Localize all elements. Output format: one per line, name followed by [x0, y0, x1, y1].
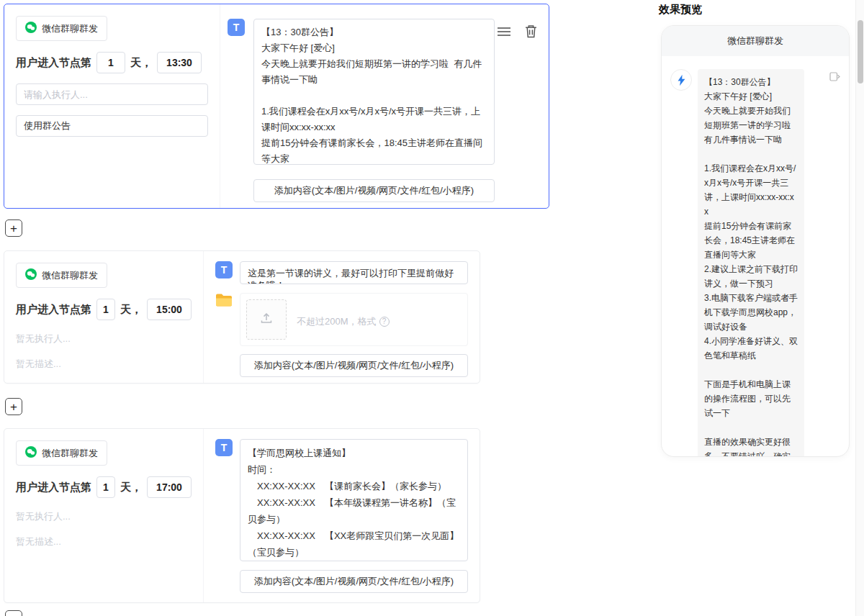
folder-icon — [215, 293, 233, 311]
sop-card-1500[interactable]: 微信群聊群发 用户进入节点第 天， 暂无执行人... 暂无描述... T 这是第… — [4, 250, 480, 384]
card-actions — [498, 24, 537, 38]
forward-icon[interactable] — [829, 72, 840, 81]
channel-badge-label: 微信群聊群发 — [42, 22, 98, 35]
file-content-row: 不超过200M，格式 ? — [215, 293, 468, 346]
time-input[interactable] — [157, 52, 202, 73]
channel-badge[interactable]: 微信群聊群发 — [16, 440, 107, 466]
insert-node-button[interactable]: + — [5, 219, 22, 237]
text-content-row: T 【13：30群公告】 大家下午好 [爱心] 今天晚上就要开始我们短期班第一讲… — [228, 19, 537, 165]
text-block-icon: T — [228, 19, 245, 36]
message-textarea[interactable]: 【学而思网校上课通知】 时间： XX:XX-XX:XX 【课前家长会】（家长参与… — [240, 439, 468, 561]
channel-badge[interactable]: 微信群聊群发 — [16, 16, 107, 41]
description-empty-text: 暂无描述... — [16, 535, 192, 548]
upload-icon — [260, 312, 273, 327]
message-textarea[interactable]: 这是第一节课的讲义，最好可以打印下里提前做好准备哦！ — [240, 261, 468, 284]
day-input[interactable] — [96, 52, 125, 73]
add-content-row: 添加内容(文本/图片/视频/网页/文件/红包/小程序) — [215, 561, 468, 593]
text-content-row: T 【学而思网校上课通知】 时间： XX:XX-XX:XX 【课前家长会】（家长… — [215, 439, 468, 561]
text-block-icon: T — [215, 439, 233, 456]
description-empty-text: 暂无描述... — [16, 358, 192, 371]
wechat-icon — [25, 446, 37, 460]
day-input[interactable] — [96, 299, 115, 320]
executor-input[interactable] — [16, 83, 208, 105]
workflow-column: 微信群聊群发 用户进入节点第 天， T 【13：30群公告】 大家下午好 [爱心… — [4, 4, 558, 616]
insert-node-button[interactable]: + — [5, 610, 22, 616]
add-content-button[interactable]: 添加内容(文本/图片/视频/网页/文件/红包/小程序) — [240, 570, 468, 593]
card-content-pane: T 【学而思网校上课通知】 时间： XX:XX-XX:XX 【课前家长会】（家长… — [204, 429, 480, 602]
insert-node-button[interactable]: + — [5, 398, 22, 415]
card-settings-pane: 微信群聊群发 用户进入节点第 天， 暂无执行人... 暂无描述... — [4, 429, 204, 602]
day-input[interactable] — [96, 476, 115, 498]
wechat-icon — [25, 268, 37, 282]
card-content-pane: T 【13：30群公告】 大家下午好 [爱心] 今天晚上就要开始我们短期班第一讲… — [220, 4, 549, 208]
executor-empty-text: 暂无执行人... — [16, 332, 192, 345]
card-settings-pane: 微信群聊群发 用户进入节点第 天， 暂无执行人... 暂无描述... — [4, 251, 204, 383]
drag-handle-icon[interactable] — [498, 27, 510, 37]
add-content-button[interactable]: 添加内容(文本/图片/视频/网页/文件/红包/小程序) — [240, 354, 468, 377]
node-timing-row: 用户进入节点第 天， — [16, 52, 208, 73]
time-input[interactable] — [147, 476, 192, 498]
wechat-icon — [25, 22, 37, 35]
add-content-button[interactable]: 添加内容(文本/图片/视频/网页/文件/红包/小程序) — [253, 179, 495, 202]
chat-area: 【13：30群公告】 大家下午好 [爱心] 今天晚上就要开始我们短期班第一讲的学… — [662, 56, 849, 457]
card-settings-pane: 微信群聊群发 用户进入节点第 天， — [4, 4, 220, 208]
brand-logo-icon — [675, 74, 688, 86]
help-icon[interactable]: ? — [379, 317, 390, 327]
channel-badge[interactable]: 微信群聊群发 — [16, 263, 107, 288]
delete-card-icon[interactable] — [525, 24, 537, 38]
text-content-row: T 这是第一节课的讲义，最好可以打印下里提前做好准备哦！ — [215, 261, 468, 284]
sop-editor-page: 微信群聊群发 用户进入节点第 天， T 【13：30群公告】 大家下午好 [爱心… — [0, 0, 864, 616]
add-content-row: 添加内容(文本/图片/视频/网页/文件/红包/小程序) — [228, 165, 537, 202]
time-input[interactable] — [147, 299, 192, 320]
upload-hint-text: 不超过200M，格式 — [297, 315, 377, 328]
scrollbar-thumb[interactable] — [858, 20, 863, 83]
day-unit-label: 天， — [120, 481, 142, 494]
node-timing-row: 用户进入节点第 天， — [16, 476, 192, 498]
phone-header-title: 微信群聊群发 — [662, 26, 849, 56]
enter-node-label: 用户进入节点第 — [16, 56, 91, 70]
sop-card-1700[interactable]: 微信群聊群发 用户进入节点第 天， 暂无执行人... 暂无描述... T 【学而… — [4, 428, 480, 603]
executor-empty-text: 暂无执行人... — [16, 510, 192, 523]
upload-hint: 不超过200M，格式 ? — [297, 304, 390, 340]
page-scrollbar[interactable] — [855, 0, 864, 616]
preview-message-bubble: 【13：30群公告】 大家下午好 [爱心] 今天晚上就要开始我们短期班第一讲的学… — [698, 69, 804, 457]
description-input[interactable] — [16, 115, 208, 137]
day-unit-label: 天， — [130, 56, 152, 70]
message-textarea[interactable]: 【13：30群公告】 大家下午好 [爱心] 今天晚上就要开始我们短期班第一讲的学… — [253, 19, 495, 165]
phone-preview: 微信群聊群发 【13：30群公告】 大家下午好 [爱心] 今天晚上就要开始我们短… — [661, 25, 850, 457]
enter-node-label: 用户进入节点第 — [16, 303, 91, 317]
add-content-row: 添加内容(文本/图片/视频/网页/文件/红包/小程序) — [215, 346, 468, 377]
text-block-icon: T — [215, 261, 233, 278]
day-unit-label: 天， — [120, 303, 142, 317]
enter-node-label: 用户进入节点第 — [16, 481, 91, 494]
upload-dropzone[interactable] — [246, 299, 287, 340]
upload-area: 不超过200M，格式 ? — [240, 293, 468, 346]
sop-card-1330[interactable]: 微信群聊群发 用户进入节点第 天， T 【13：30群公告】 大家下午好 [爱心… — [4, 4, 549, 209]
avatar — [670, 69, 692, 91]
channel-badge-label: 微信群聊群发 — [42, 447, 98, 460]
node-timing-row: 用户进入节点第 天， — [16, 299, 192, 320]
channel-badge-label: 微信群聊群发 — [42, 269, 98, 282]
preview-title: 效果预览 — [659, 3, 702, 17]
card-content-pane: T 这是第一节课的讲义，最好可以打印下里提前做好准备哦！ — [204, 251, 480, 383]
